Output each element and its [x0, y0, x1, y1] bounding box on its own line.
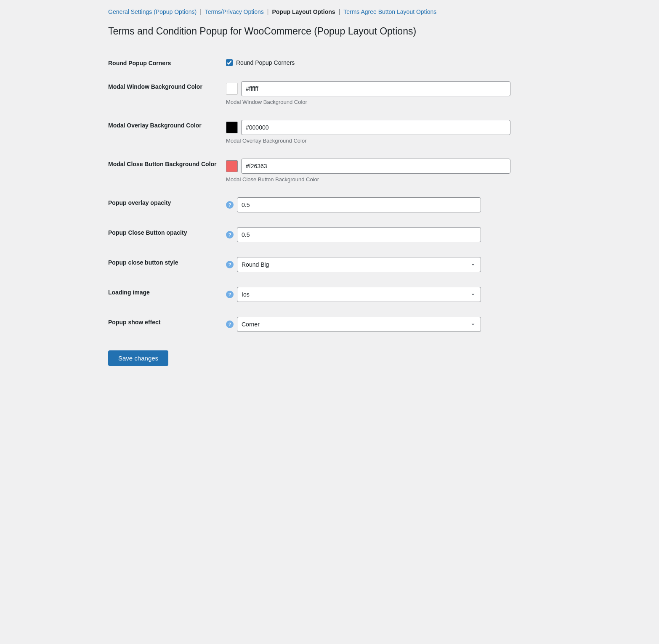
form-table: Round Popup Corners Round Popup Corners … [108, 51, 551, 340]
modal-close-btn-bg-color-picker [226, 159, 547, 174]
popup-show-effect-row: ? Corner Fade Slide Zoom [226, 317, 547, 332]
row-popup-overlay-opacity: Popup overlay opacity ? [108, 191, 551, 221]
popup-close-btn-opacity-input[interactable] [237, 227, 481, 242]
popup-close-btn-opacity-label: Popup Close Button opacity [108, 229, 187, 236]
popup-close-btn-opacity-row: ? [226, 227, 547, 242]
modal-overlay-bg-color-description: Modal Overlay Background Color [226, 138, 547, 144]
loading-image-row: ? Ios Android Default [226, 287, 547, 302]
round-popup-corners-checkbox-label: Round Popup Corners [236, 59, 295, 66]
popup-show-effect-label: Popup show effect [108, 319, 160, 326]
row-round-popup-corners: Round Popup Corners Round Popup Corners [108, 51, 551, 75]
modal-close-btn-bg-color-label: Modal Close Button Background Color [108, 161, 216, 167]
row-popup-close-btn-opacity: Popup Close Button opacity ? [108, 221, 551, 251]
nav-tab-terms[interactable]: Terms/Privacy Options [205, 8, 264, 15]
modal-overlay-bg-color-swatch[interactable] [226, 122, 238, 133]
nav-tab-popup-layout: Popup Layout Options [272, 8, 335, 15]
modal-overlay-bg-color-label: Modal Overlay Background Color [108, 122, 202, 129]
page-wrapper: General Settings (Popup Options) | Terms… [98, 0, 561, 383]
modal-window-bg-color-swatch[interactable] [226, 83, 238, 95]
nav-separator-1: | [200, 8, 202, 15]
round-popup-corners-label: Round Popup Corners [108, 60, 171, 66]
popup-close-btn-style-label: Popup close button style [108, 259, 178, 266]
popup-overlay-opacity-input[interactable] [237, 197, 481, 212]
modal-overlay-bg-color-input[interactable] [241, 120, 510, 135]
nav-tab-terms-agree[interactable]: Terms Agree Button Layout Options [343, 8, 436, 15]
loading-image-label: Loading image [108, 289, 150, 296]
save-changes-button[interactable]: Save changes [108, 350, 168, 366]
popup-show-effect-help-icon[interactable]: ? [226, 321, 234, 328]
popup-close-btn-style-select[interactable]: Round Big Round Small Square Big Square … [237, 257, 481, 272]
popup-show-effect-select[interactable]: Corner Fade Slide Zoom [237, 317, 481, 332]
nav-separator-2: | [267, 8, 269, 15]
modal-close-btn-bg-color-description: Modal Close Button Background Color [226, 176, 547, 183]
nav-tabs: General Settings (Popup Options) | Terms… [108, 8, 551, 15]
popup-close-btn-opacity-help-icon[interactable]: ? [226, 231, 234, 239]
modal-window-bg-color-picker [226, 81, 547, 96]
modal-window-bg-color-description: Modal Window Background Color [226, 99, 547, 105]
loading-image-select[interactable]: Ios Android Default [237, 287, 481, 302]
modal-overlay-bg-color-picker [226, 120, 547, 135]
modal-window-bg-color-label: Modal Window Background Color [108, 83, 202, 90]
round-popup-corners-checkbox[interactable] [226, 59, 233, 66]
round-popup-corners-wrapper: Round Popup Corners [226, 59, 547, 66]
row-modal-overlay-bg-color: Modal Overlay Background Color Modal Ove… [108, 114, 551, 152]
row-modal-close-btn-bg-color: Modal Close Button Background Color Moda… [108, 152, 551, 191]
popup-overlay-opacity-help-icon[interactable]: ? [226, 201, 234, 209]
popup-overlay-opacity-label: Popup overlay opacity [108, 199, 171, 206]
row-popup-show-effect: Popup show effect ? Corner Fade Slide Zo… [108, 310, 551, 340]
modal-window-bg-color-input[interactable] [241, 81, 510, 96]
nav-tab-general[interactable]: General Settings (Popup Options) [108, 8, 197, 15]
modal-close-btn-bg-color-input[interactable] [241, 159, 510, 174]
row-loading-image: Loading image ? Ios Android Default [108, 281, 551, 310]
modal-close-btn-bg-color-swatch[interactable] [226, 160, 238, 172]
nav-separator-3: | [339, 8, 340, 15]
row-modal-window-bg-color: Modal Window Background Color Modal Wind… [108, 75, 551, 114]
popup-close-btn-style-help-icon[interactable]: ? [226, 261, 234, 268]
row-popup-close-btn-style: Popup close button style ? Round Big Rou… [108, 251, 551, 281]
popup-overlay-opacity-row: ? [226, 197, 547, 212]
loading-image-help-icon[interactable]: ? [226, 291, 234, 298]
popup-close-btn-style-row: ? Round Big Round Small Square Big Squar… [226, 257, 547, 272]
page-title: Terms and Condition Popup for WooCommerc… [108, 25, 551, 38]
